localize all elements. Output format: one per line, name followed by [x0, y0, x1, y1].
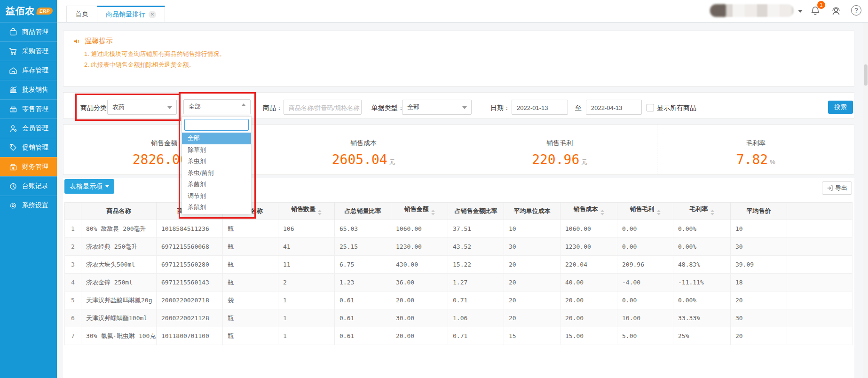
sidebar-item-finance[interactable]: 财务管理: [0, 157, 57, 176]
sidebar-item-stock[interactable]: 库存管理: [0, 61, 57, 80]
table-cell: 20.00: [560, 309, 617, 327]
column-header-sales-cost[interactable]: 销售成本: [560, 203, 617, 220]
summary-card-gross-profit: 销售毛利220.96元: [462, 125, 657, 174]
column-header-gross-profit[interactable]: 销售毛利: [617, 203, 673, 220]
sidebar-item-label: 会员管理: [22, 124, 48, 133]
column-header-label: 平均单位成本: [514, 207, 551, 214]
summary-card-sales-cost: 销售成本2605.04元: [265, 125, 462, 174]
category-select[interactable]: 农药: [107, 100, 177, 115]
sort-desc-icon: [600, 213, 604, 217]
table-cell: 6971215560068: [157, 238, 223, 256]
row-index-cell: 2: [65, 238, 81, 256]
sort-desc-icon: [318, 213, 322, 217]
sidebar-item-settings[interactable]: 系统设置: [0, 196, 57, 215]
sort-asc-icon: [431, 208, 435, 212]
subcategory-select[interactable]: 全部: [183, 99, 251, 114]
sidebar-item-promo[interactable]: 促销管理: [0, 138, 57, 157]
table-cell: 1: [278, 327, 335, 345]
export-button[interactable]: 导出: [822, 181, 852, 195]
dropdown-option[interactable]: 杀虫/菌剂: [182, 167, 251, 179]
table-cell: 20: [731, 327, 787, 345]
date-label: 日期：: [490, 104, 510, 112]
table-cell: 30.00: [391, 309, 448, 327]
sidebar-item-member[interactable]: 会员管理: [0, 118, 57, 138]
summary-card-value: 2605.04元: [265, 152, 462, 167]
summary-card-label: 销售毛利: [462, 139, 657, 148]
dropdown-option[interactable]: 杀菌剂: [182, 179, 251, 190]
sidebar-item-wholesale[interactable]: 批发销售: [0, 80, 57, 99]
table-cell: 瓶: [223, 309, 278, 327]
subcategory-select-value: 全部: [189, 103, 201, 110]
table-cell-filler: [787, 238, 852, 256]
summary-card-label: 毛利率: [657, 139, 854, 148]
column-header-label: 销售数量: [291, 205, 316, 213]
sort-icon[interactable]: [710, 208, 714, 217]
sales-ranking-table: 商品名称商品条码单位名称销售数量占总销量比率销售金额占销售金额比率平均单位成本销…: [64, 202, 852, 345]
retail-icon: [8, 104, 18, 114]
column-header-sales-amount[interactable]: 销售金额: [391, 203, 448, 220]
support-icon[interactable]: [830, 5, 842, 16]
column-header-filler: [787, 203, 852, 220]
erp-badge: ERP: [36, 8, 53, 15]
dropdown-option[interactable]: 除草剂: [182, 144, 251, 156]
help-icon[interactable]: ?: [851, 5, 861, 16]
avatar: [710, 4, 726, 17]
column-header-label: 商品名称: [107, 207, 131, 214]
table-columns-button[interactable]: 表格显示项: [64, 179, 114, 194]
sort-icon[interactable]: [657, 208, 661, 217]
tab-sales-ranking-label: 商品销量排行: [106, 10, 145, 19]
date-to-input[interactable]: [590, 100, 642, 115]
show-all-checkbox[interactable]: [647, 104, 654, 111]
summary-card-label: 销售成本: [265, 139, 462, 148]
sort-icon[interactable]: [431, 208, 435, 217]
table-cell: 20.00: [391, 327, 448, 345]
scrollbar-thumb[interactable]: [864, 64, 868, 86]
table-cell: 2000220021128: [157, 309, 223, 327]
table-cell: 20: [731, 291, 787, 309]
column-header-profit-rate[interactable]: 毛利率: [673, 203, 731, 220]
sidebar-item-ledger[interactable]: 台账记录: [0, 176, 57, 196]
search-button[interactable]: 搜索: [828, 101, 853, 114]
sidebar-item-label: 采购管理: [22, 47, 48, 55]
table-cell: -11.11%: [673, 274, 731, 291]
app-logo-text: 益佰农: [6, 5, 35, 17]
table-row: 4济农金锌 250ml6971215560143瓶21.2336.001.272…: [65, 274, 852, 291]
summary-card-value: 220.96元: [462, 152, 657, 167]
table-cell: 0.61: [335, 327, 391, 345]
column-header-sales-qty[interactable]: 销售数量: [278, 203, 335, 220]
dropdown-option[interactable]: 杀虫剂: [182, 156, 251, 167]
tips-title-text: 温馨提示: [85, 37, 113, 46]
summary-card-value: 7.82%: [657, 152, 854, 167]
sort-icon[interactable]: [600, 208, 604, 217]
sidebar-item-retail[interactable]: 零售管理: [0, 99, 57, 118]
dropdown-option[interactable]: 全部: [182, 133, 251, 144]
sidebar-item-goods[interactable]: 商品管理: [0, 22, 57, 41]
sidebar-item-purchase[interactable]: 采购管理: [0, 41, 57, 61]
table-cell: 80% 敌敌畏 200毫升: [81, 220, 157, 238]
table-cell: 0.00%: [673, 238, 731, 256]
table-cell: 天津汉邦盐酸吗啉胍20g: [81, 291, 157, 309]
doc-type-select[interactable]: 全部: [402, 100, 472, 115]
product-input-wrap: [284, 100, 362, 115]
column-header-product-name: 商品名称: [81, 203, 157, 220]
product-search-input[interactable]: [288, 100, 362, 115]
table-cell: 15.00: [560, 327, 617, 345]
date-from-input[interactable]: [516, 100, 568, 115]
table-row: 730% 氯氟·吡虫啉 100克1011800701100瓶10.6120.00…: [65, 327, 852, 345]
tab-home[interactable]: 首页: [66, 6, 97, 22]
table-cell: 天津汉邦螺螨酯100ml: [81, 309, 157, 327]
table-cell: 济农经典 250毫升: [81, 238, 157, 256]
table-cell: 25.15: [335, 238, 391, 256]
date-to-wrap: [586, 100, 642, 115]
tab-sales-ranking[interactable]: 商品销量排行 ✕: [97, 6, 165, 22]
dropdown-search-input[interactable]: [185, 119, 248, 130]
sort-icon[interactable]: [318, 208, 322, 217]
column-header-label: 销售成本: [574, 205, 598, 213]
table-cell: 0.00%: [673, 291, 731, 309]
tab-close-icon[interactable]: ✕: [149, 11, 156, 18]
dropdown-option[interactable]: 杀鼠剂: [182, 202, 251, 213]
table-cell: 1011800701100: [157, 327, 223, 345]
column-header-label: 销售金额: [404, 205, 429, 213]
dropdown-option[interactable]: 调节剂: [182, 190, 251, 202]
user-menu-caret-icon[interactable]: [798, 10, 803, 15]
